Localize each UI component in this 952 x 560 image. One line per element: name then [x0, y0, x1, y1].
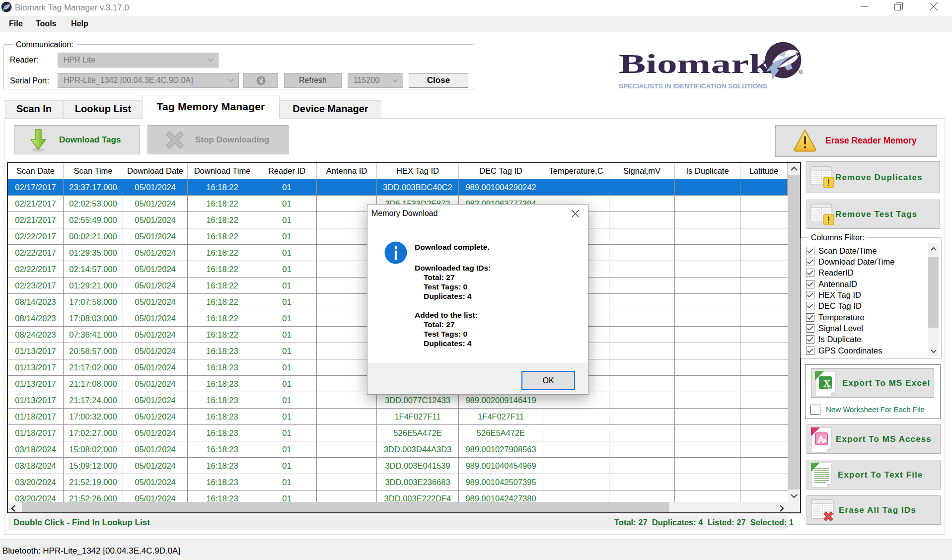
svg-text:X: X	[823, 378, 830, 389]
svg-text:R: R	[800, 71, 802, 74]
